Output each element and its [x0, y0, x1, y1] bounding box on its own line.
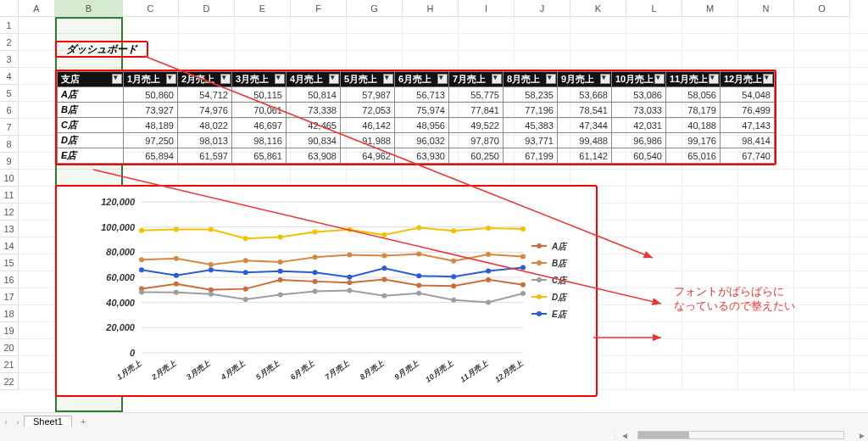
svg-text:60,000: 60,000 [106, 272, 136, 282]
svg-point-54 [278, 235, 283, 240]
svg-point-18 [278, 277, 283, 282]
svg-point-23 [451, 283, 456, 288]
svg-point-67 [313, 270, 318, 275]
filter-dropdown-icon[interactable] [275, 74, 285, 84]
svg-text:7月売上: 7月売上 [324, 359, 352, 382]
svg-point-25 [520, 282, 526, 287]
svg-point-46 [416, 291, 421, 296]
svg-text:6月売上: 6月売上 [289, 359, 317, 382]
svg-text:0: 0 [130, 348, 136, 358]
svg-point-26 [139, 257, 144, 262]
svg-point-72 [486, 269, 491, 274]
sales-table: 支店1月売上2月売上3月売上4月売上5月売上6月売上7月売上8月売上9月売上10… [55, 70, 776, 165]
svg-text:1月売上: 1月売上 [115, 359, 143, 382]
row-headers[interactable]: 12345678910111213141516171819202122 [0, 17, 19, 390]
svg-text:B店: B店 [552, 259, 568, 268]
svg-point-60 [486, 226, 491, 231]
svg-text:2月売上: 2月売上 [149, 359, 178, 382]
svg-point-31 [313, 254, 318, 260]
svg-point-87 [537, 243, 542, 248]
svg-point-35 [451, 259, 456, 264]
svg-text:12月売上: 12月売上 [493, 359, 525, 384]
svg-text:4月売上: 4月売上 [219, 359, 248, 382]
svg-text:5月売上: 5月売上 [254, 359, 282, 382]
svg-point-99 [537, 311, 542, 316]
svg-text:9月売上: 9月売上 [392, 359, 420, 382]
svg-point-66 [278, 269, 283, 274]
svg-point-58 [416, 225, 421, 230]
svg-point-93 [537, 277, 542, 282]
svg-point-43 [313, 288, 318, 293]
column-headers[interactable]: ABCDEFGHIJKLMNO [0, 0, 868, 17]
svg-point-63 [174, 273, 179, 278]
svg-point-38 [139, 290, 144, 295]
filter-dropdown-icon[interactable] [112, 74, 122, 84]
sheet-tab[interactable]: Sheet1 [24, 416, 72, 427]
filter-dropdown-icon[interactable] [600, 74, 610, 84]
filter-dropdown-icon[interactable] [492, 74, 502, 84]
svg-text:40,000: 40,000 [105, 298, 136, 308]
svg-point-70 [416, 273, 421, 278]
tab-prev-icon[interactable]: ‹ [0, 416, 12, 427]
svg-text:20,000: 20,000 [105, 322, 136, 332]
svg-point-57 [381, 232, 387, 237]
svg-point-73 [520, 265, 526, 271]
svg-point-40 [209, 292, 214, 297]
table-row: B店73,92774,97670,06173,33872,05375,97477… [58, 103, 775, 118]
svg-point-30 [278, 260, 283, 265]
svg-text:E店: E店 [552, 310, 568, 319]
tab-next-icon[interactable]: › [12, 416, 24, 427]
svg-point-19 [313, 279, 318, 284]
scroll-track[interactable] [637, 431, 844, 439]
svg-point-90 [537, 260, 542, 265]
table-row: A店50,86054,71250,11550,81457,98756,71355… [58, 87, 775, 103]
filter-dropdown-icon[interactable] [437, 74, 448, 84]
filter-dropdown-icon[interactable] [654, 74, 665, 84]
svg-point-29 [243, 258, 248, 263]
filter-dropdown-icon[interactable] [220, 74, 231, 84]
svg-point-20 [347, 280, 352, 285]
svg-point-52 [209, 226, 214, 232]
add-sheet-button[interactable]: + [72, 416, 94, 427]
scroll-right-icon[interactable]: ► [856, 431, 868, 440]
scroll-left-icon[interactable]: ◄ [619, 431, 631, 440]
svg-point-69 [381, 265, 387, 271]
filter-dropdown-icon[interactable] [763, 74, 773, 84]
horizontal-scrollbar[interactable]: ⋮ ◄ ► [0, 429, 868, 441]
svg-point-62 [139, 267, 144, 272]
filter-dropdown-icon[interactable] [329, 74, 339, 84]
annotation-text: フォントがばらばらに なっているので整えたい [674, 285, 795, 314]
svg-text:A店: A店 [551, 242, 568, 251]
sales-line-chart: 020,00040,00060,00080,000100,000120,0001… [55, 185, 598, 397]
scroll-thumb[interactable] [638, 432, 689, 438]
table-row: E店65,89461,59765,86163,90864,96263,93060… [58, 148, 775, 164]
svg-point-27 [174, 256, 179, 261]
svg-point-15 [174, 282, 179, 287]
filter-dropdown-icon[interactable] [709, 74, 719, 84]
svg-point-53 [243, 236, 248, 241]
svg-point-37 [520, 254, 526, 260]
svg-point-39 [174, 290, 179, 295]
svg-point-51 [174, 227, 179, 232]
svg-point-48 [486, 299, 491, 304]
svg-point-28 [209, 262, 214, 267]
svg-point-71 [451, 274, 456, 279]
filter-dropdown-icon[interactable] [166, 74, 176, 84]
svg-point-21 [381, 277, 387, 282]
filter-dropdown-icon[interactable] [383, 74, 393, 84]
table-row: C店48,18948,02246,69742,46546,14248,95649… [58, 118, 775, 133]
svg-point-33 [381, 253, 387, 258]
filter-dropdown-icon[interactable] [546, 74, 556, 84]
svg-point-22 [416, 282, 421, 287]
svg-point-64 [209, 267, 214, 272]
svg-point-61 [520, 226, 526, 232]
svg-text:C店: C店 [552, 276, 568, 285]
svg-point-24 [486, 277, 491, 282]
svg-text:80,000: 80,000 [106, 247, 136, 257]
split-handle-icon[interactable]: ⋮ [610, 431, 619, 440]
svg-point-50 [139, 228, 144, 233]
dashboard-title: ダッシュボード [55, 41, 148, 58]
svg-text:D店: D店 [552, 293, 568, 302]
svg-point-49 [520, 291, 526, 296]
sheet-tab-bar[interactable]: ‹ › Sheet1 + [0, 412, 868, 429]
